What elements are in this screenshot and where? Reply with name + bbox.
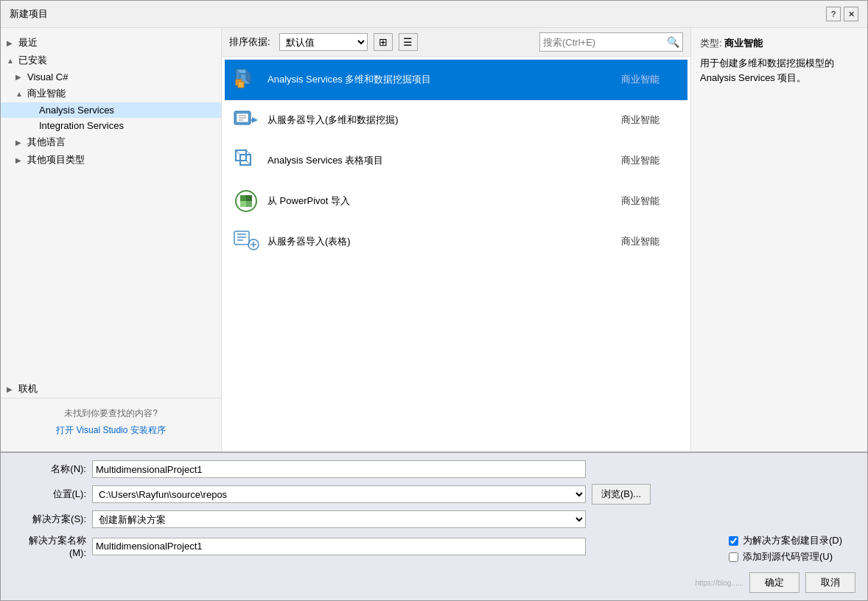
solution-name-row: 解决方案名称(M): (13, 534, 717, 558)
name-input[interactable] (92, 460, 586, 478)
solution-name-label: 解决方案名称(M): (13, 534, 86, 558)
project-category-import-tabular: 商业智能 (621, 235, 680, 248)
tree-item-online[interactable]: ▶ 联机 (1, 380, 221, 398)
project-icon-multidim (232, 66, 260, 94)
help-button[interactable]: ? (826, 7, 841, 21)
project-name-tabular: Analysis Services 表格项目 (267, 154, 614, 167)
other-lang-label: 其他语言 (27, 136, 66, 149)
close-button[interactable]: ✕ (844, 7, 858, 21)
project-icon-import-server (232, 106, 260, 134)
bottom-panel: 名称(N): 位置(L): C:\Users\Rayfun\source\rep… (1, 451, 867, 600)
svg-rect-19 (240, 195, 246, 201)
title-bar-buttons: ? ✕ (826, 7, 858, 21)
checkbox1[interactable] (729, 536, 738, 546)
project-item-powerpivot[interactable]: 从 PowerPivot 导入 商业智能 (225, 181, 687, 222)
tree-item-business-intel[interactable]: ▲ 商业智能 (1, 85, 221, 102)
business-intel-label: 商业智能 (27, 87, 66, 100)
sort-select[interactable]: 默认值 名称 类型 修改日期 (279, 33, 368, 51)
checkbox1-label: 为解决方案创建目录(D) (743, 534, 842, 547)
solution-name-input[interactable] (92, 538, 586, 555)
browse-button[interactable]: 浏览(B)... (592, 484, 651, 505)
ok-button[interactable]: 确定 (749, 572, 799, 593)
type-label: 类型: (700, 38, 722, 49)
checkbox2[interactable] (729, 552, 738, 562)
tree-item-analysis-services[interactable]: Analysis Services (1, 102, 221, 118)
tree-item-installed[interactable]: ▲ 已安装 (1, 52, 221, 69)
search-box: 🔍 (539, 32, 683, 52)
project-category-import-server: 商业智能 (621, 113, 680, 127)
other-types-label: 其他项目类型 (27, 153, 85, 166)
svg-rect-5 (238, 82, 244, 88)
list-view-button[interactable]: ☰ (399, 33, 418, 51)
center-panel: 排序依据: 默认值 名称 类型 修改日期 ⊞ ☰ 🔍 (222, 28, 690, 451)
business-intel-arrow: ▲ (15, 90, 24, 98)
install-link[interactable]: 打开 Visual Studio 安装程序 (56, 425, 166, 435)
tree-item-integration-services[interactable]: Integration Services (1, 118, 221, 133)
dialog-title: 新建项目 (10, 7, 48, 21)
tree-item-other-types[interactable]: ▶ 其他项目类型 (1, 151, 221, 169)
search-input[interactable] (543, 37, 667, 48)
project-item-import-tabular[interactable]: 从服务器导入(表格) 商业智能 (225, 222, 687, 262)
right-panel: 类型: 商业智能 用于创建多维和数据挖掘模型的 Analysis Service… (690, 28, 867, 451)
action-buttons: https://blog...... 确定 取消 (13, 572, 855, 593)
solution-label: 解决方案(S): (13, 513, 86, 526)
project-name-powerpivot: 从 PowerPivot 导入 (267, 194, 614, 208)
project-item-tabular[interactable]: Analysis Services 表格项目 商业智能 (225, 141, 687, 181)
main-content: ▶ 最近 ▲ 已安装 ▶ Visual C# ▲ 商业智能 Analysis S… (1, 28, 867, 451)
svg-rect-20 (246, 201, 252, 207)
project-list: Analysis Services 多维和数据挖掘项目 商业智能 (222, 57, 690, 451)
name-label: 名称(N): (13, 463, 86, 476)
left-panel: ▶ 最近 ▲ 已安装 ▶ Visual C# ▲ 商业智能 Analysis S… (1, 28, 222, 451)
recent-arrow: ▶ (7, 39, 15, 47)
svg-rect-22 (246, 195, 252, 201)
left-panel-bottom: 未找到你要查找的内容? 打开 Visual Studio 安装程序 (1, 398, 221, 446)
location-select[interactable]: C:\Users\Rayfun\source\repos (92, 485, 586, 503)
recent-label: 最近 (18, 36, 38, 49)
type-value: 商业智能 (724, 38, 763, 49)
grid-view-button[interactable]: ⊞ (374, 33, 393, 51)
analysis-services-label: Analysis Services (39, 105, 114, 116)
integration-services-label: Integration Services (39, 120, 124, 131)
installed-label: 已安装 (18, 54, 47, 67)
visual-csharp-label: Visual C# (27, 71, 68, 82)
other-types-arrow: ▶ (15, 156, 24, 164)
project-name-import-tabular: 从服务器导入(表格) (267, 235, 614, 248)
cancel-button[interactable]: 取消 (805, 572, 855, 593)
name-row: 名称(N): (13, 460, 855, 478)
visual-csharp-arrow: ▶ (15, 73, 24, 81)
new-project-dialog: 新建项目 ? ✕ ▶ 最近 ▲ 已安装 ▶ Visual C# (0, 0, 868, 601)
other-lang-arrow: ▶ (15, 138, 24, 147)
tree-item-recent[interactable]: ▶ 最近 (1, 34, 221, 52)
search-icon[interactable]: 🔍 (667, 36, 679, 48)
project-icon-powerpivot (232, 187, 260, 215)
project-category-powerpivot: 商业智能 (621, 194, 680, 208)
checkbox1-row: 为解决方案创建目录(D) (729, 534, 842, 547)
type-row: 类型: 商业智能 (700, 37, 858, 50)
tree-item-other-lang[interactable]: ▶ 其他语言 (1, 133, 221, 151)
sort-label: 排序依据: (229, 35, 270, 49)
svg-rect-23 (234, 231, 249, 245)
project-category-tabular: 商业智能 (621, 154, 680, 167)
project-icon-tabular (232, 147, 260, 175)
project-icon-import-tabular (232, 228, 260, 256)
project-name-import-server: 从服务器导入(多维和数据挖掘) (267, 113, 614, 127)
description-text: 用于创建多维和数据挖掘模型的 Analysis Services 项目。 (700, 56, 858, 85)
location-row: 位置(L): C:\Users\Rayfun\source\repos 浏览(B… (13, 484, 855, 505)
tree-item-visual-csharp[interactable]: ▶ Visual C# (1, 69, 221, 85)
location-label: 位置(L): (13, 488, 86, 501)
hint-text: 未找到你要查找的内容? (10, 407, 212, 420)
installed-arrow: ▲ (7, 57, 15, 65)
project-category-multidim: 商业智能 (621, 73, 680, 86)
checkbox2-label: 添加到源代码管理(U) (743, 550, 833, 563)
online-arrow: ▶ (7, 385, 15, 393)
center-toolbar: 排序依据: 默认值 名称 类型 修改日期 ⊞ ☰ 🔍 (222, 28, 690, 57)
title-bar: 新建项目 ? ✕ (1, 1, 867, 28)
project-item-multidim[interactable]: Analysis Services 多维和数据挖掘项目 商业智能 (225, 60, 687, 100)
solution-select[interactable]: 创建新解决方案 (92, 510, 586, 528)
online-label: 联机 (18, 382, 38, 396)
watermark-text: https://blog...... (695, 579, 743, 587)
checkbox2-row: 添加到源代码管理(U) (729, 550, 833, 563)
svg-rect-21 (240, 201, 246, 207)
project-item-import-server[interactable]: 从服务器导入(多维和数据挖掘) 商业智能 (225, 100, 687, 141)
project-name-multidim: Analysis Services 多维和数据挖掘项目 (267, 73, 614, 86)
